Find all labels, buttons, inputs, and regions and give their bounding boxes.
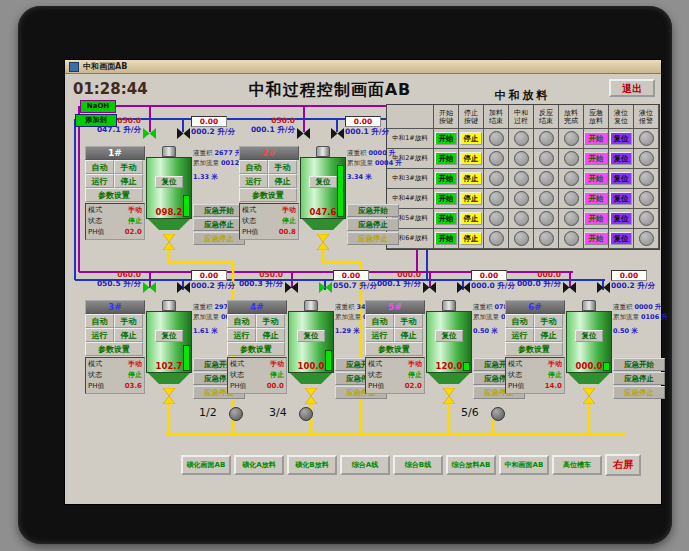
auto-button[interactable]: 自动 <box>227 314 256 328</box>
tank-reset-button[interactable]: 复位 <box>155 330 183 342</box>
inlet-valve-right-icon[interactable] <box>319 282 332 293</box>
emergency-stop-button[interactable]: 应急停止 <box>193 218 245 231</box>
run-button[interactable]: 运行 <box>227 328 256 342</box>
nav-button[interactable]: 中和画面AB <box>499 455 549 475</box>
row-start-button[interactable]: 开始 <box>435 212 457 225</box>
tank-reset-button[interactable]: 复位 <box>435 330 463 342</box>
inlet-valve-right-icon[interactable] <box>331 128 344 139</box>
stop-button[interactable]: 停止 <box>268 174 297 188</box>
row-emergency-start-button[interactable]: 开始 <box>584 132 608 145</box>
row-start-button[interactable]: 开始 <box>435 172 457 185</box>
params-button[interactable]: 参数设置 <box>227 342 285 356</box>
emergency-stop-button[interactable]: 应急停止 <box>347 218 399 231</box>
nav-button[interactable]: 综合A线 <box>340 455 390 475</box>
row-stop-button[interactable]: 停止 <box>460 232 482 245</box>
run-button[interactable]: 运行 <box>85 174 114 188</box>
emergency-stop-button-2[interactable]: 应急停止 <box>613 386 665 399</box>
inlet-valve-right-icon[interactable] <box>177 282 190 293</box>
row-stop-button[interactable]: 停止 <box>460 212 482 225</box>
inlet-valve-left-icon[interactable] <box>423 282 436 293</box>
inlet-valve-right-icon[interactable] <box>457 282 470 293</box>
stop-button[interactable]: 停止 <box>256 328 285 342</box>
inlet-valve-right-icon[interactable] <box>177 128 190 139</box>
run-button[interactable]: 运行 <box>365 328 394 342</box>
run-button[interactable]: 运行 <box>85 328 114 342</box>
row-start-button[interactable]: 开始 <box>435 232 457 245</box>
inlet-valve-left-icon[interactable] <box>297 128 310 139</box>
nav-button[interactable]: 磺化A放料 <box>234 455 284 475</box>
emergency-stop-button-2[interactable]: 应急停止 <box>347 232 399 245</box>
row-start-button[interactable]: 开始 <box>435 152 457 165</box>
params-button[interactable]: 参数设置 <box>85 342 143 356</box>
discharge-valve-icon[interactable] <box>583 388 595 404</box>
manual-button[interactable]: 手动 <box>256 314 285 328</box>
tank-reset-button[interactable]: 复位 <box>575 330 603 342</box>
tank-reset-button[interactable]: 复位 <box>297 330 325 342</box>
inlet-valve-left-icon[interactable] <box>143 128 156 139</box>
pump-icon[interactable] <box>299 407 313 421</box>
row-stop-button[interactable]: 停止 <box>460 152 482 165</box>
row-emergency-start-button[interactable]: 开始 <box>584 152 608 165</box>
discharge-valve-icon[interactable] <box>443 388 455 404</box>
stop-button[interactable]: 停止 <box>114 174 143 188</box>
auto-button[interactable]: 自动 <box>85 160 114 174</box>
tank-reset-button[interactable]: 复位 <box>155 176 183 188</box>
emergency-stop-button[interactable]: 应急停止 <box>613 372 665 385</box>
row-emergency-start-button[interactable]: 开始 <box>584 232 608 245</box>
discharge-valve-icon[interactable] <box>305 388 317 404</box>
row-stop-button[interactable]: 停止 <box>460 132 482 145</box>
row-stop-button[interactable]: 停止 <box>460 172 482 185</box>
row-level-reset-button[interactable]: 复位 <box>610 192 632 205</box>
row-level-reset-button[interactable]: 复位 <box>610 232 632 245</box>
stop-button[interactable]: 停止 <box>114 328 143 342</box>
row-emergency-start-button[interactable]: 开始 <box>584 172 608 185</box>
manual-button[interactable]: 手动 <box>534 314 563 328</box>
nav-button[interactable]: 综合放料AB <box>446 455 496 475</box>
row-level-reset-button[interactable]: 复位 <box>610 172 632 185</box>
run-button[interactable]: 运行 <box>505 328 534 342</box>
manual-button[interactable]: 手动 <box>394 314 423 328</box>
row-start-button[interactable]: 开始 <box>435 132 457 145</box>
auto-button[interactable]: 自动 <box>505 314 534 328</box>
nav-button[interactable]: 右屏 <box>605 454 641 476</box>
run-button[interactable]: 运行 <box>239 174 268 188</box>
params-button[interactable]: 参数设置 <box>365 342 423 356</box>
stop-button[interactable]: 停止 <box>394 328 423 342</box>
auto-button[interactable]: 自动 <box>365 314 394 328</box>
manual-button[interactable]: 手动 <box>114 314 143 328</box>
row-level-reset-button[interactable]: 复位 <box>610 152 632 165</box>
row-stop-button[interactable]: 停止 <box>460 192 482 205</box>
discharge-valve-icon[interactable] <box>317 234 329 250</box>
nav-button[interactable]: 磺化画面AB <box>181 455 231 475</box>
row-start-button[interactable]: 开始 <box>435 192 457 205</box>
auto-button[interactable]: 自动 <box>239 160 268 174</box>
discharge-valve-icon[interactable] <box>163 234 175 250</box>
pump-icon[interactable] <box>491 407 505 421</box>
emergency-start-button[interactable]: 应急开始 <box>193 204 245 217</box>
nav-button[interactable]: 综合B线 <box>393 455 443 475</box>
params-button[interactable]: 参数设置 <box>85 188 143 202</box>
row-level-reset-button[interactable]: 复位 <box>610 132 632 145</box>
manual-button[interactable]: 手动 <box>268 160 297 174</box>
exit-button[interactable]: 退出 <box>609 79 655 97</box>
row-emergency-start-button[interactable]: 开始 <box>584 212 608 225</box>
params-button[interactable]: 参数设置 <box>505 342 563 356</box>
emergency-stop-button-2[interactable]: 应急停止 <box>193 232 245 245</box>
inlet-valve-right-icon[interactable] <box>597 282 610 293</box>
inlet-valve-left-icon[interactable] <box>285 282 298 293</box>
inlet-valve-left-icon[interactable] <box>143 282 156 293</box>
auto-button[interactable]: 自动 <box>85 314 114 328</box>
tank-reset-button[interactable]: 复位 <box>309 176 337 188</box>
emergency-start-button[interactable]: 应急开始 <box>613 358 665 371</box>
nav-button[interactable]: 高位槽车 <box>552 455 602 475</box>
stop-button[interactable]: 停止 <box>534 328 563 342</box>
inlet-valve-left-icon[interactable] <box>563 282 576 293</box>
pump-icon[interactable] <box>229 407 243 421</box>
nav-button[interactable]: 磺化B放料 <box>287 455 337 475</box>
params-button[interactable]: 参数设置 <box>239 188 297 202</box>
emergency-start-button[interactable]: 应急开始 <box>347 204 399 217</box>
manual-button[interactable]: 手动 <box>114 160 143 174</box>
row-emergency-start-button[interactable]: 开始 <box>584 192 608 205</box>
row-level-reset-button[interactable]: 复位 <box>610 212 632 225</box>
discharge-valve-icon[interactable] <box>163 388 175 404</box>
